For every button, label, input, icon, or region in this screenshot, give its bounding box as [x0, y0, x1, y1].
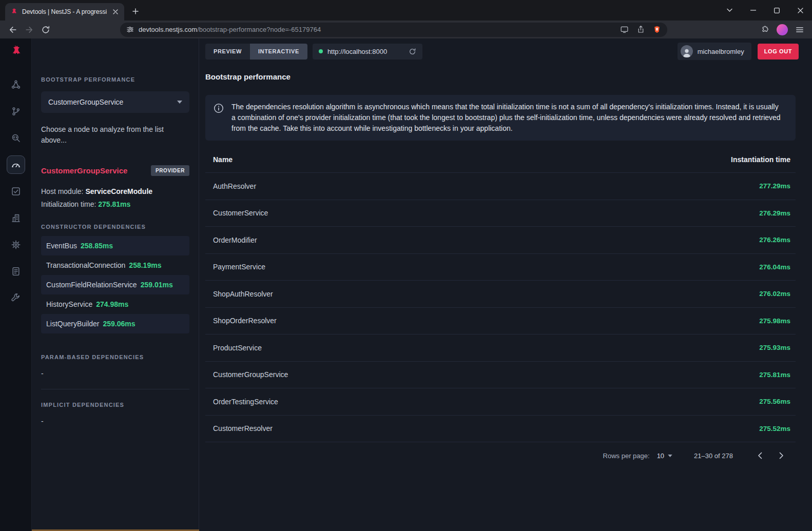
table-row[interactable]: ShopOrderResolver 275.98ms — [205, 307, 796, 335]
share-icon[interactable] — [636, 25, 645, 34]
browser-tab-strip: Devtools | NestJS - A progressive — [0, 0, 812, 21]
site-info-icon[interactable] — [126, 26, 134, 33]
dependency-item[interactable]: TransactionalConnection 258.19ms — [41, 255, 189, 275]
profile-avatar[interactable] — [777, 24, 788, 35]
implicit-deps-title: IMPLICIT DEPENDENCIES — [41, 402, 189, 408]
reload-button[interactable] — [38, 22, 53, 37]
nestjs-favicon — [10, 8, 18, 16]
node-header: CustomerGroupService PROVIDER — [41, 165, 189, 176]
dependency-name: EventBus — [46, 242, 77, 250]
param-deps-empty: - — [41, 369, 189, 378]
dependency-name: HistoryService — [46, 300, 92, 308]
mode-toggle: PREVIEW INTERACTIVE — [205, 44, 307, 60]
target-url: http://localhost:8000 — [327, 48, 404, 55]
dependency-name: TransactionalConnection — [46, 261, 125, 269]
table-row[interactable]: CustomerGroupService 275.81ms — [205, 361, 796, 388]
header-right: michaelbromley LOG OUT — [678, 43, 799, 60]
table-row[interactable]: OrderTestingService 275.56ms — [205, 388, 796, 415]
chevron-down-icon — [177, 101, 182, 104]
menu-icon[interactable] — [796, 26, 804, 34]
reading-mode-icon[interactable] — [620, 25, 629, 34]
devtools-app: BOOTSTRAP PERFORMANCE CustomerGroupServi… — [0, 38, 812, 531]
forward-button[interactable] — [22, 22, 37, 37]
tab-close-icon[interactable] — [111, 8, 120, 16]
extensions-icon[interactable] — [760, 25, 769, 34]
row-name: CustomerGroupService — [213, 370, 288, 379]
row-name: ShopOrderResolver — [213, 317, 277, 325]
row-time: 276.02ms — [759, 290, 790, 298]
dependency-item[interactable]: HistoryService 274.98ms — [41, 294, 189, 314]
maximize-button[interactable] — [765, 0, 788, 21]
address-bar[interactable]: devtools.nestjs.com/bootstrap-performanc… — [120, 23, 667, 37]
inspect-icon[interactable] — [7, 129, 25, 147]
table-header: Name Instantiation time — [205, 147, 796, 172]
performance-icon[interactable] — [7, 155, 25, 174]
init-time-value: 275.81ms — [98, 200, 130, 208]
toolbar-right — [760, 24, 807, 35]
dependency-time: 259.01ms — [141, 281, 173, 289]
row-name: PaymentService — [213, 263, 265, 271]
rail-nav — [7, 75, 25, 307]
table-row[interactable]: ShopAuthResolver 276.02ms — [205, 280, 796, 307]
modules-icon[interactable] — [7, 209, 25, 227]
close-button[interactable] — [788, 0, 812, 21]
host-module-value: ServiceCoreModule — [85, 187, 152, 195]
table-row[interactable]: AuthResolver 277.29ms — [205, 172, 796, 200]
info-icon — [214, 103, 224, 134]
row-time: 276.04ms — [759, 263, 790, 271]
dependency-time: 258.85ms — [81, 242, 113, 250]
row-name: AuthResolver — [213, 182, 256, 190]
table-row[interactable]: PaymentService 276.04ms — [205, 253, 796, 281]
icon-rail — [0, 38, 32, 531]
info-box: The dependencies resolution algorithm is… — [205, 95, 796, 141]
new-tab-button[interactable] — [128, 4, 143, 18]
dependency-time: 259.06ms — [103, 320, 136, 328]
row-time: 275.56ms — [759, 398, 790, 405]
nestjs-logo[interactable] — [9, 38, 23, 64]
app-header: PREVIEW INTERACTIVE http://localhost:800… — [199, 38, 812, 64]
table-row[interactable]: ProductService 275.93ms — [205, 334, 796, 361]
dependency-time: 274.98ms — [96, 300, 128, 308]
node-select[interactable]: CustomerGroupService — [41, 91, 189, 113]
dependency-item[interactable]: EventBus 258.85ms — [41, 236, 189, 255]
init-time-label: Initialization time: — [41, 200, 98, 208]
constructor-deps-title: CONSTRUCTOR DEPENDENCIES — [41, 224, 189, 230]
audit-icon[interactable] — [7, 182, 25, 201]
back-button[interactable] — [5, 22, 21, 37]
settings-icon[interactable] — [7, 235, 25, 254]
interactive-tab[interactable]: INTERACTIVE — [250, 44, 307, 60]
row-time: 275.98ms — [759, 317, 790, 325]
row-time: 275.52ms — [759, 425, 790, 432]
url-text[interactable]: devtools.nestjs.com/bootstrap-performanc… — [139, 26, 615, 33]
node-name: CustomerGroupService — [41, 166, 127, 175]
next-page-button[interactable] — [774, 448, 788, 463]
previous-page-button[interactable] — [752, 448, 767, 463]
rows-per-page-select[interactable]: 10 — [657, 452, 672, 460]
table-row[interactable]: CustomerService 276.29ms — [205, 200, 796, 227]
preview-tab[interactable]: PREVIEW — [205, 44, 250, 60]
bootstrap-table: Name Instantiation time AuthResolver 277… — [205, 147, 796, 469]
docs-icon[interactable] — [7, 262, 25, 281]
brave-shields-icon[interactable] — [653, 25, 661, 34]
dependency-item[interactable]: CustomFieldRelationService 259.01ms — [41, 275, 189, 294]
dependency-graph-icon[interactable] — [7, 75, 25, 94]
table-row[interactable]: OrderModifier 276.26ms — [205, 226, 796, 253]
table-row[interactable]: CustomerResolver 275.52ms — [205, 415, 796, 442]
info-text: The dependencies resolution algorithm is… — [231, 102, 783, 134]
minimize-button[interactable] — [741, 0, 765, 21]
browser-tab-active[interactable]: Devtools | NestJS - A progressive — [5, 3, 124, 21]
refresh-target-icon[interactable] — [409, 48, 416, 55]
panel-title: BOOTSTRAP PERFORMANCE — [41, 76, 189, 83]
routes-icon[interactable] — [7, 102, 25, 121]
logout-button[interactable]: LOG OUT — [758, 44, 799, 60]
rows-per-page-label: Rows per page: — [603, 452, 650, 460]
browser-window: Devtools | NestJS - A progressive — [0, 0, 812, 531]
row-name: ProductService — [213, 344, 262, 352]
dependency-item[interactable]: ListQueryBuilder 259.06ms — [41, 314, 189, 333]
target-url-box[interactable]: http://localhost:8000 — [313, 44, 422, 60]
host-module-label: Host module: — [41, 187, 85, 195]
sandbox-icon[interactable] — [7, 289, 25, 307]
tab-search-icon[interactable] — [718, 0, 741, 21]
pagination-range: 21–30 of 278 — [694, 452, 733, 460]
user-pill[interactable]: michaelbromley — [678, 43, 751, 60]
